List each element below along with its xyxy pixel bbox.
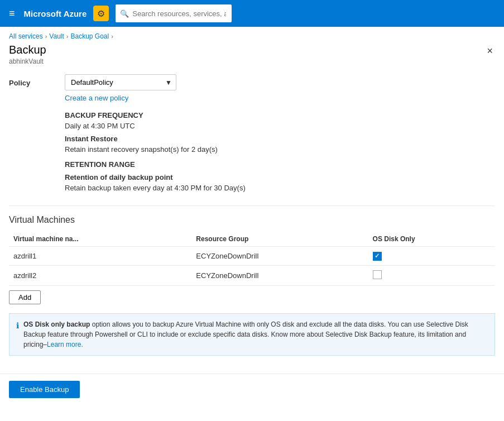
backup-frequency-title: BACKUP FREQUENCY [65, 111, 495, 119]
top-navigation: ≡ Microsoft Azure ⚙ 🔍 [0, 0, 504, 27]
vm-col-os-disk: OS Disk Only [368, 232, 495, 247]
vm-name-cell: azdrill2 [9, 265, 191, 285]
page-subtitle: abhinkVault [9, 58, 46, 65]
table-row: azdrill2ECYZoneDownDrill [9, 265, 495, 285]
os-disk-checkbox[interactable] [373, 270, 382, 279]
breadcrumb-vault[interactable]: Vault [49, 32, 64, 40]
page-header: Backup abhinkVault × [9, 44, 495, 65]
table-row: azdrill1ECYZoneDownDrill [9, 247, 495, 266]
create-policy-link[interactable]: Create a new policy [65, 94, 176, 102]
retention-range-title: RETENTION RANGE [65, 160, 495, 169]
instant-restore-detail: Retain instant recovery snapshot(s) for … [65, 145, 495, 154]
instant-restore-title: Instant Restore [65, 135, 495, 143]
policy-dropdown[interactable]: DefaultPolicy [65, 74, 176, 90]
search-bar: 🔍 [116, 4, 395, 22]
vm-name-cell: azdrill1 [9, 247, 191, 266]
vm-section: Virtual Machines Virtual machine na... R… [9, 215, 495, 304]
bottom-bar: Enable Backup [0, 374, 504, 405]
learn-more-link[interactable]: Learn more. [47, 341, 83, 348]
settings-badge-icon[interactable]: ⚙ [93, 6, 109, 21]
close-button[interactable]: × [484, 44, 495, 58]
app-title: Microsoft Azure [24, 9, 87, 18]
policy-section: Policy DefaultPolicy ▼ Create a new poli… [9, 74, 495, 102]
info-bold-text: OS Disk only backup [23, 320, 90, 328]
main-content: Backup abhinkVault × Policy DefaultPolic… [0, 44, 504, 374]
vm-table: Virtual machine na... Resource Group OS … [9, 232, 495, 286]
policy-select-wrap: DefaultPolicy ▼ [65, 74, 176, 90]
breadcrumb-all-services[interactable]: All services [9, 32, 43, 40]
divider [9, 205, 495, 206]
info-icon: ℹ [16, 320, 19, 332]
vm-resource-group-cell: ECYZoneDownDrill [191, 247, 368, 266]
search-icon: 🔍 [120, 9, 129, 18]
vm-col-name: Virtual machine na... [9, 232, 191, 247]
vm-col-resource-group: Resource Group [191, 232, 368, 247]
search-input[interactable] [116, 4, 232, 22]
breadcrumb-sep-2: › [66, 33, 69, 40]
policy-details: BACKUP FREQUENCY Daily at 4:30 PM UTC In… [65, 111, 495, 192]
breadcrumb-sep-3: › [111, 33, 113, 40]
retention-detail: Retain backup taken every day at 4:30 PM… [65, 184, 495, 192]
os-disk-checkbox[interactable] [373, 252, 382, 261]
breadcrumb-backup-goal[interactable]: Backup Goal [71, 32, 109, 40]
info-text: OS Disk only backup option allows you to… [23, 319, 488, 350]
vm-os-disk-cell [368, 265, 495, 285]
enable-backup-button[interactable]: Enable Backup [9, 381, 80, 398]
page-title-group: Backup abhinkVault [9, 44, 46, 65]
policy-controls: DefaultPolicy ▼ Create a new policy [65, 74, 176, 102]
breadcrumb-sep-1: › [45, 33, 47, 40]
hamburger-menu-icon[interactable]: ≡ [7, 6, 17, 22]
vm-table-header-row: Virtual machine na... Resource Group OS … [9, 232, 495, 247]
backup-frequency-detail: Daily at 4:30 PM UTC [65, 122, 495, 130]
vm-section-title: Virtual Machines [9, 215, 495, 225]
policy-label: Policy [9, 74, 65, 87]
info-body-text: option allows you to backup Azure Virtua… [23, 320, 468, 348]
vm-os-disk-cell [368, 247, 495, 266]
retention-sub-title: Retention of daily backup point [65, 173, 495, 181]
info-box: ℹ OS Disk only backup option allows you … [9, 313, 495, 356]
breadcrumb: All services › Vault › Backup Goal › [0, 27, 504, 44]
add-vm-button[interactable]: Add [9, 290, 41, 304]
vm-resource-group-cell: ECYZoneDownDrill [191, 265, 368, 285]
page-title: Backup [9, 44, 46, 56]
